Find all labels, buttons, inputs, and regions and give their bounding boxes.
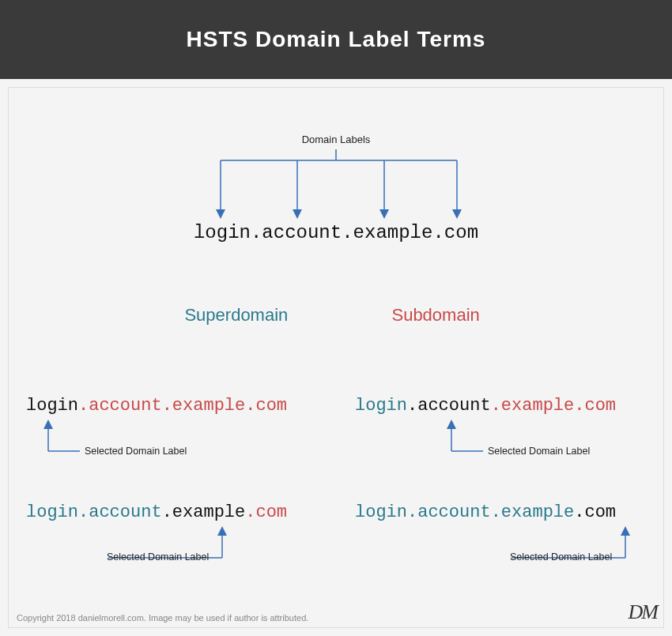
superdomain-heading: Superdomain — [165, 305, 308, 326]
domain-part-example: example — [353, 222, 433, 243]
domain-part-login: login — [194, 222, 251, 243]
header-bar: HSTS Domain Label Terms — [0, 0, 672, 79]
page-title: HSTS Domain Label Terms — [187, 27, 486, 52]
selected-label-left-2: Selected Domain Label — [107, 551, 209, 563]
sub-example-1: login.account.example.com — [355, 396, 616, 416]
domain-part-com: com — [444, 222, 478, 243]
diagram-canvas: Domain Labels login.account. — [8, 87, 664, 628]
super-example-2: login.account.example.com — [26, 502, 287, 522]
footer-attribution: Copyright 2018 danielmorell.com. Image m… — [17, 613, 308, 623]
diagram-inner: Domain Labels login.account. — [9, 88, 663, 627]
selected-label-right-1: Selected Domain Label — [488, 446, 590, 457]
section-labels: Superdomain Subdomain — [9, 305, 663, 326]
author-logo: DM — [629, 600, 657, 624]
selected-label-left-1: Selected Domain Label — [85, 446, 187, 457]
subdomain-heading: Subdomain — [364, 305, 507, 326]
main-domain: login.account.example.com — [9, 222, 663, 243]
selected-part: login — [26, 396, 78, 416]
diagram-frame: HSTS Domain Label Terms Domain Labels — [0, 0, 672, 636]
selected-part: example — [172, 502, 245, 522]
super-example-1: login.account.example.com — [26, 396, 287, 416]
sub-example-2: login.account.example.com — [355, 502, 616, 522]
domain-labels-caption: Domain Labels — [9, 134, 663, 145]
domain-part-account: account — [262, 222, 342, 243]
selected-part: account — [417, 396, 490, 416]
selected-label-right-2: Selected Domain Label — [510, 551, 612, 563]
selected-part: com — [584, 502, 616, 522]
